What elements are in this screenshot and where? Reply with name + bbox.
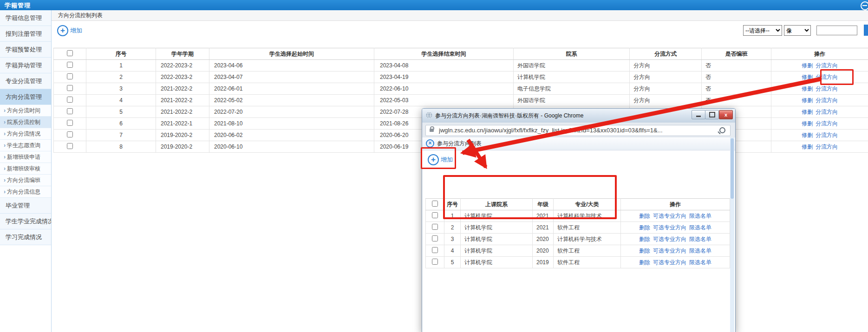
add-button[interactable]: + 增加 [57, 25, 82, 36]
row-action-link-3[interactable]: 限选名单 [689, 247, 711, 254]
cell-end: 2022-05-03 [374, 95, 514, 106]
row-action-link-2[interactable]: 分流方向 [816, 97, 838, 104]
sidebar-item-label: 学籍预警处理 [6, 46, 42, 53]
filter-field-select[interactable]: --请选择-- [743, 25, 782, 36]
row-action-link-1[interactable]: 修删 [802, 74, 813, 80]
row-action-link-2[interactable]: 分流方向 [816, 85, 838, 92]
row-action-link-3[interactable]: 限选名单 [689, 224, 711, 231]
row-checkbox[interactable] [67, 85, 73, 91]
row-action-link-1[interactable]: 修删 [802, 143, 813, 150]
row-checkbox[interactable] [67, 73, 73, 79]
row-action-link-2[interactable]: 分流方向 [816, 109, 838, 115]
row-action-link-1[interactable]: 修删 [802, 62, 813, 69]
row-action-link-3[interactable]: 限选名单 [689, 259, 711, 266]
cell-classed: 否 [702, 83, 771, 95]
popup-titlebar[interactable]: 参与分流方向列表·湖南强智科技·版权所有 - Google Chrome x [422, 109, 735, 123]
row-action-link-1[interactable]: 修删 [802, 97, 813, 104]
row-action-link-1[interactable]: 修删 [802, 120, 813, 127]
cell-start: 2022-06-01 [209, 83, 374, 95]
row-checkbox[interactable] [67, 131, 73, 137]
row-checkbox[interactable] [432, 235, 438, 241]
sidebar-subitem[interactable]: ›新增班级审核 [0, 163, 51, 175]
sidebar-item[interactable]: 报到注册管理 [0, 26, 51, 42]
column-header: 是否编班 [702, 48, 771, 60]
minimize-button[interactable] [692, 110, 705, 119]
filter-operator-select[interactable]: 像 [784, 25, 811, 36]
cell-end: 2022-06-10 [374, 83, 514, 95]
row-action-link-3[interactable]: 限选名单 [689, 236, 711, 242]
row-action-link-2[interactable]: 可选专业方向 [653, 213, 686, 219]
account-circle-icon[interactable] [861, 1, 868, 10]
row-checkbox[interactable] [67, 120, 73, 126]
row-action-link-1[interactable]: 修删 [802, 109, 813, 115]
row-action-link-1[interactable]: 修删 [802, 85, 813, 92]
row-checkbox-cell [54, 95, 86, 106]
chevron-right-icon: › [4, 154, 6, 160]
chevron-right-icon: › [4, 189, 6, 195]
cell-term: 2022-2023-2 [156, 60, 209, 72]
popup-add-button[interactable]: + 增加 [428, 154, 453, 165]
close-button[interactable]: x [719, 110, 733, 119]
sidebar-subitem[interactable]: ›新增班级申请 [0, 151, 51, 163]
filter-keyword-input[interactable] [816, 26, 857, 35]
row-action-link-2[interactable]: 分流方向 [816, 62, 838, 69]
chevron-right-icon: › [4, 107, 6, 114]
sidebar-item[interactable]: 方向分流管理 [0, 89, 51, 105]
sidebar-subitem[interactable]: ›院系分流控制 [0, 117, 51, 128]
row-checkbox[interactable] [432, 247, 438, 253]
add-button-label: 增加 [70, 26, 82, 35]
maximize-button[interactable] [705, 110, 719, 119]
row-checkbox[interactable] [67, 62, 73, 68]
row-action-link-2[interactable]: 分流方向 [816, 132, 838, 138]
sidebar-subitem[interactable]: ›学生志愿查询 [0, 140, 51, 151]
cell-term: 2019-2020-2 [156, 130, 209, 141]
row-checkbox[interactable] [432, 212, 438, 218]
sidebar-item[interactable]: 学生学业完成情况 [0, 214, 51, 229]
sidebar-item[interactable]: 学籍预警处理 [0, 42, 51, 58]
select-all-checkbox[interactable] [432, 201, 438, 207]
row-action-link-1[interactable]: 删除 [639, 213, 650, 219]
row-action-link-1[interactable]: 删除 [639, 247, 650, 254]
row-action-link-2[interactable]: 可选专业方向 [653, 236, 686, 242]
row-action-link-1[interactable]: 删除 [639, 224, 650, 231]
search-button[interactable] [864, 25, 868, 36]
sidebar-item[interactable]: 学籍异动管理 [0, 58, 51, 73]
row-action-link-3[interactable]: 限选名单 [689, 213, 711, 219]
popup-scrollbar[interactable] [730, 137, 734, 332]
row-checkbox[interactable] [67, 97, 73, 103]
sidebar-item[interactable]: 学籍信息管理 [0, 10, 51, 26]
row-action-link-2[interactable]: 分流方向 [816, 74, 838, 80]
row-checkbox[interactable] [67, 143, 73, 149]
row-checkbox[interactable] [67, 108, 73, 114]
table-row: 12022-2023-22023-04-062023-04-08外国语学院分方向… [54, 60, 868, 72]
address-bar[interactable]: jwgln.zsc.edu.cn/jiaowu/xjgl/fxfl/fxflkz… [425, 125, 731, 136]
sidebar-item[interactable]: 毕业管理 [0, 198, 51, 214]
row-action-link-2[interactable]: 可选专业方向 [653, 224, 686, 231]
sidebar-subitem[interactable]: ›方向分流时间 [0, 105, 51, 117]
row-action-link-2[interactable]: 分流方向 [816, 143, 838, 150]
close-circle-icon[interactable]: × [426, 139, 434, 148]
row-action-link-2[interactable]: 分流方向 [816, 120, 838, 127]
select-all-checkbox[interactable] [67, 50, 73, 56]
cell-actions: 修删分流方向 [771, 72, 868, 83]
row-action-link-1[interactable]: 修删 [802, 132, 813, 138]
sidebar-item-label: 方向分流情况 [7, 130, 40, 137]
row-checkbox[interactable] [432, 224, 438, 230]
column-header: 分流方式 [630, 48, 702, 60]
sidebar-subitem[interactable]: ›方向分流信息 [0, 186, 51, 198]
cell-classed: 否 [702, 60, 771, 72]
row-action-link-1[interactable]: 删除 [639, 259, 650, 266]
sidebar-subitem[interactable]: ›方向分流编班 [0, 175, 51, 186]
row-action-link-2[interactable]: 可选专业方向 [653, 247, 686, 254]
app-titlebar: 学籍管理 [0, 0, 868, 10]
scrollbar-thumb[interactable] [731, 138, 734, 199]
row-action-link-2[interactable]: 可选专业方向 [653, 259, 686, 266]
sidebar-subitem[interactable]: ›方向分流情况 [0, 128, 51, 140]
sidebar-item[interactable]: 专业分流管理 [0, 73, 51, 89]
chevron-right-icon: › [4, 165, 6, 172]
row-checkbox[interactable] [432, 259, 438, 265]
sidebar-item-label: 学生学业完成情况 [6, 218, 51, 225]
row-action-link-1[interactable]: 删除 [639, 236, 650, 242]
magnifier-icon[interactable] [719, 127, 725, 133]
sidebar-item[interactable]: 学习完成情况 [0, 229, 51, 245]
